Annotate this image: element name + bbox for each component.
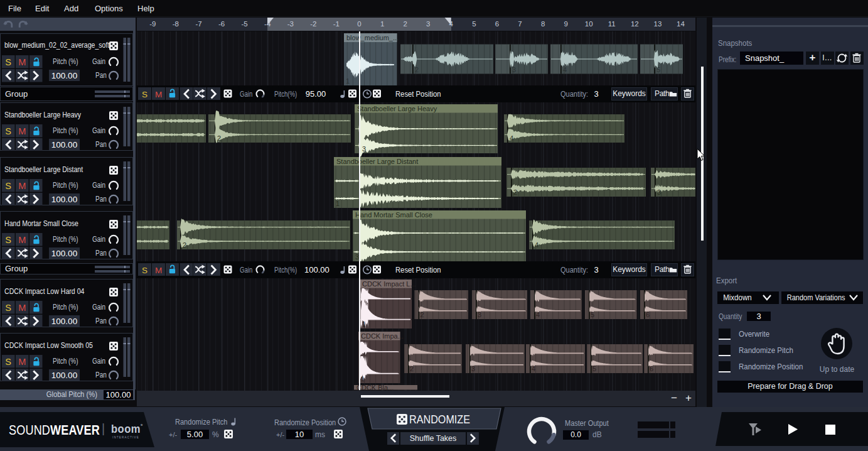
svg-text:4: 4 (532, 365, 535, 372)
svg-text:S: S (5, 357, 11, 367)
svg-text:CDCK Impact L...: CDCK Impact L... (362, 280, 416, 288)
svg-text:M: M (18, 303, 26, 313)
svg-text:100.00: 100.00 (51, 195, 77, 204)
svg-text:6: 6 (646, 311, 650, 318)
svg-text:RANDOMIZE: RANDOMIZE (409, 413, 470, 426)
svg-text:S: S (5, 57, 11, 67)
svg-text:S: S (5, 235, 11, 245)
svg-text:3: 3 (471, 365, 475, 372)
svg-text:2: 2 (410, 365, 414, 372)
svg-text:M: M (18, 357, 26, 367)
svg-text:4: 4 (536, 311, 540, 318)
svg-text:CDCK Bla...: CDCK Bla... (356, 384, 394, 391)
svg-text:M: M (18, 235, 26, 245)
svg-text:1: 1 (346, 77, 350, 85)
svg-text:1: 1 (361, 375, 365, 383)
svg-text:blow_medium_...: blow_medium_... (346, 34, 399, 41)
svg-text:3: 3 (478, 311, 481, 318)
svg-text:Standboeller Large Heavy: Standboeller Large Heavy (357, 105, 437, 112)
svg-text:M: M (18, 57, 26, 67)
svg-text:2: 2 (415, 66, 419, 73)
svg-text:2: 2 (513, 188, 517, 196)
svg-text:5: 5 (591, 311, 594, 318)
svg-text:S: S (5, 181, 11, 191)
svg-text:4: 4 (510, 134, 513, 142)
svg-text:1: 1 (362, 320, 366, 328)
svg-text:2: 2 (183, 241, 186, 249)
svg-text:Standboeller Large Distant: Standboeller Large Distant (336, 158, 418, 165)
svg-text:100.00: 100.00 (51, 371, 77, 380)
svg-text:100.00: 100.00 (51, 249, 77, 258)
svg-text:M: M (18, 181, 26, 191)
svg-text:S: S (5, 303, 11, 313)
svg-text:6: 6 (650, 365, 653, 372)
svg-text:Hand Mortar Small Close: Hand Mortar Small Close (355, 211, 432, 219)
svg-text:Shuffle Takes: Shuffle Takes (410, 434, 457, 443)
svg-text:4: 4 (563, 66, 567, 73)
svg-text:3: 3 (512, 66, 516, 73)
svg-text:M: M (155, 266, 162, 275)
svg-text:2: 2 (217, 134, 221, 142)
svg-text:100.00: 100.00 (51, 71, 77, 80)
svg-text:S: S (142, 266, 147, 275)
svg-text:CDCK Impa...: CDCK Impa... (361, 332, 404, 340)
svg-text:S: S (142, 90, 147, 99)
svg-text:M: M (18, 126, 26, 136)
svg-text:3: 3 (657, 188, 661, 196)
svg-text:3: 3 (362, 145, 366, 153)
svg-text:1: 1 (336, 200, 340, 207)
svg-text:5: 5 (592, 365, 596, 372)
svg-text:100.00: 100.00 (51, 140, 77, 149)
svg-text:S: S (5, 126, 11, 136)
svg-text:100.00: 100.00 (51, 317, 77, 326)
svg-text:2: 2 (421, 311, 424, 318)
svg-text:4: 4 (535, 241, 538, 249)
svg-text:M: M (155, 90, 162, 99)
